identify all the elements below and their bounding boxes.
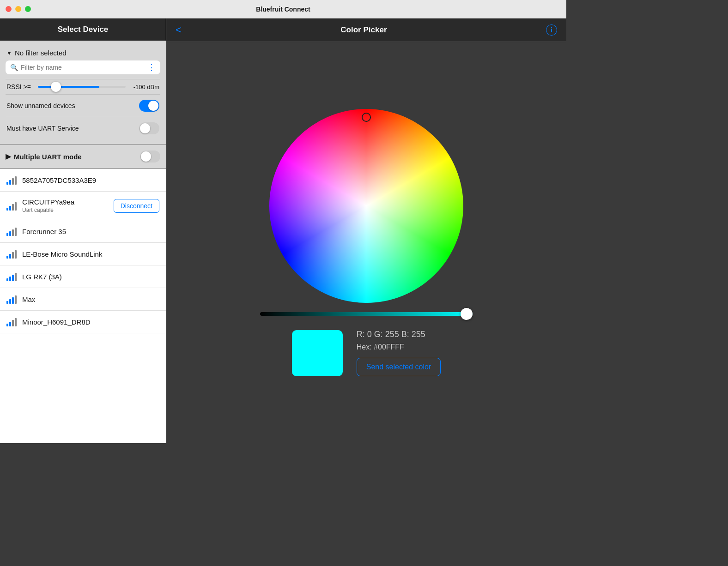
device-info: CIRCUITPYa9ea Uart capable <box>22 198 108 213</box>
back-button[interactable]: < <box>176 24 182 36</box>
device-info: 5852A7057DC533A3E9 <box>22 176 159 184</box>
color-wheel[interactable] <box>269 109 463 303</box>
toggle-knob <box>140 123 150 133</box>
uart-mode-left: ▶ Multiple UART mode <box>6 152 82 161</box>
list-item[interactable]: LE-Bose Micro SoundLink <box>0 243 166 265</box>
send-color-button[interactable]: Send selected color <box>357 358 441 376</box>
device-name: Minoor_H6091_DR8D <box>22 318 159 326</box>
dots-menu-button[interactable]: ⋮ <box>147 63 156 72</box>
list-item[interactable]: CIRCUITPYa9ea Uart capable Disconnect <box>0 192 166 220</box>
uart-service-label: Must have UART Service <box>6 125 79 132</box>
traffic-lights <box>6 6 31 12</box>
device-name: Max <box>22 295 159 303</box>
right-header: < Color Picker i <box>166 18 566 42</box>
device-name: 5852A7057DC533A3E9 <box>22 176 159 184</box>
search-bar: 🔍 ⋮ <box>6 60 160 74</box>
list-item[interactable]: Forerunner 35 <box>0 220 166 243</box>
rssi-label: RSSI >= <box>6 83 34 90</box>
list-item[interactable]: LG RK7 (3A) <box>0 265 166 288</box>
brightness-slider-container <box>260 312 473 316</box>
no-filter-row[interactable]: ▼ No filter selected <box>6 45 160 60</box>
color-preview-swatch <box>292 330 343 376</box>
color-indicator <box>362 113 371 122</box>
search-icon: 🔍 <box>10 64 18 71</box>
maximize-button[interactable] <box>25 6 31 12</box>
list-item[interactable]: Minoor_H6091_DR8D <box>0 311 166 333</box>
signal-icon <box>6 227 17 236</box>
uart-mode-label: Multiple UART mode <box>14 153 82 161</box>
device-info: Forerunner 35 <box>22 228 159 235</box>
rssi-value: -100 dBm <box>129 84 159 90</box>
filter-arrow-icon: ▼ <box>6 50 12 56</box>
list-item[interactable]: 5852A7057DC533A3E9 <box>0 169 166 192</box>
show-unnamed-row: Show unnamed devices <box>6 94 160 117</box>
color-wheel-container[interactable] <box>269 109 463 303</box>
left-panel: Select Device ▼ No filter selected 🔍 ⋮ R… <box>0 18 166 443</box>
color-info: R: 0 G: 255 B: 255 Hex: #00FFFF Send sel… <box>357 330 441 376</box>
rgb-value: R: 0 G: 255 B: 255 <box>357 330 441 339</box>
device-info: LG RK7 (3A) <box>22 273 159 281</box>
color-picker-title: Color Picker <box>182 25 546 35</box>
rssi-slider[interactable] <box>38 86 126 88</box>
device-info: Minoor_H6091_DR8D <box>22 318 159 326</box>
search-input[interactable] <box>21 64 145 71</box>
right-panel: < Color Picker i R: 0 G: 255 B: 255 Hex:… <box>166 18 566 443</box>
uart-mode-row: ▶ Multiple UART mode <box>0 144 166 168</box>
list-item[interactable]: Max <box>0 288 166 311</box>
uart-service-toggle[interactable] <box>139 122 159 134</box>
show-unnamed-toggle[interactable] <box>139 100 159 112</box>
uart-mode-toggle[interactable] <box>140 151 160 163</box>
rssi-row: RSSI >= -100 dBm <box>6 79 160 94</box>
signal-icon <box>6 295 17 304</box>
main-layout: Select Device ▼ No filter selected 🔍 ⋮ R… <box>0 18 566 443</box>
device-info: LE-Bose Micro SoundLink <box>22 250 159 258</box>
signal-icon <box>6 317 17 326</box>
color-picker-area: R: 0 G: 255 B: 255 Hex: #00FFFF Send sel… <box>166 42 566 443</box>
toggle-knob <box>148 101 158 111</box>
signal-icon <box>6 201 17 211</box>
uart-expand-icon: ▶ <box>6 152 11 161</box>
signal-icon <box>6 175 17 185</box>
device-name: CIRCUITPYa9ea <box>22 198 108 206</box>
device-subtitle: Uart capable <box>22 207 108 213</box>
disconnect-button[interactable]: Disconnect <box>114 199 159 213</box>
device-info: Max <box>22 295 159 303</box>
uart-service-row: Must have UART Service <box>6 117 160 139</box>
device-name: LE-Bose Micro SoundLink <box>22 250 159 258</box>
no-filter-label: No filter selected <box>15 49 67 57</box>
device-name: LG RK7 (3A) <box>22 273 159 281</box>
brightness-slider[interactable] <box>260 312 473 316</box>
app-title: Bluefruit Connect <box>256 6 310 13</box>
device-list: 5852A7057DC533A3E9 CIRCUITPYa9ea Uart ca… <box>0 168 166 443</box>
show-unnamed-label: Show unnamed devices <box>6 102 75 109</box>
signal-icon <box>6 272 17 281</box>
titlebar: Bluefruit Connect <box>0 0 566 18</box>
minimize-button[interactable] <box>15 6 21 12</box>
select-device-header: Select Device <box>0 18 166 41</box>
hex-value: Hex: #00FFFF <box>357 343 441 351</box>
close-button[interactable] <box>6 6 12 12</box>
signal-icon <box>6 249 17 259</box>
color-preview-row: R: 0 G: 255 B: 255 Hex: #00FFFF Send sel… <box>292 330 441 376</box>
filter-section: ▼ No filter selected 🔍 ⋮ RSSI >= -100 dB… <box>0 41 166 144</box>
info-button[interactable]: i <box>546 24 557 36</box>
device-name: Forerunner 35 <box>22 228 159 235</box>
toggle-knob <box>141 151 151 162</box>
